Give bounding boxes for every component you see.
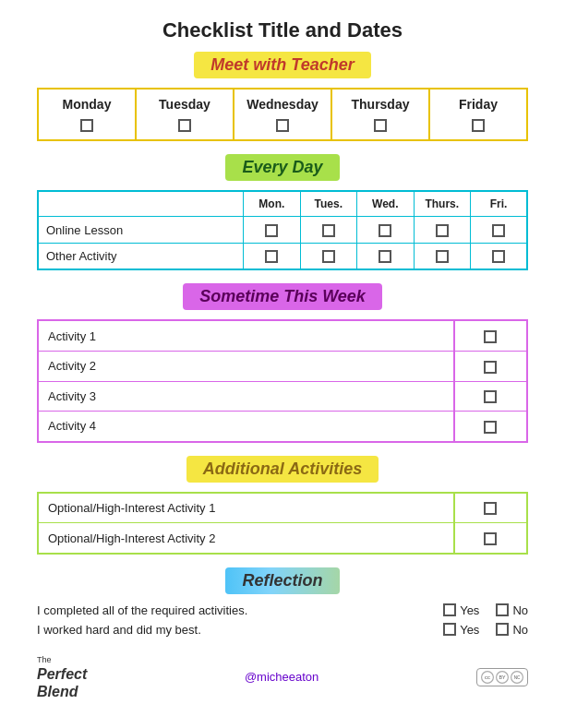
col-header-mon: Mon. [244,191,300,217]
by-icon: BY [496,671,509,684]
reflection-section: Reflection I completed all of the requir… [37,567,528,637]
reflection-row-1: I completed all of the required activiti… [37,603,528,617]
activity3-checkbox-cell [454,381,528,412]
reflection-no2-checkbox[interactable] [496,623,509,636]
oa-fri-checkbox[interactable] [492,250,505,263]
tuesday-cell: Tuesday [136,89,234,140]
reflection-yes2-checkbox[interactable] [443,623,456,636]
table-row: Other Activity [38,243,527,269]
activity1-checkbox[interactable] [484,330,497,343]
sometime-table: Activity 1 Activity 2 Activity 3 Activit… [37,319,528,442]
optional2-checkbox[interactable] [484,532,497,545]
online-lesson-mon [244,217,300,244]
online-lesson-tue [300,217,356,244]
table-row: Online Lesson [38,217,527,244]
col-header-wed: Wed. [357,191,414,217]
wednesday-label: Wednesday [238,97,327,112]
svg-text:NC: NC [514,675,521,680]
monday-label: Monday [42,97,131,112]
reflection-yes1-checkbox[interactable] [443,603,456,616]
ol-thu-checkbox[interactable] [436,224,449,237]
yes-label-1: Yes [460,603,479,617]
cc-icon: cc [481,671,494,684]
thursday-cell: Thursday [331,89,429,140]
svg-text:BY: BY [499,674,506,680]
additional-section: Additional Activities Optional/High-Inte… [37,456,528,555]
table-header-row: Mon. Tues. Wed. Thurs. Fri. [38,191,527,217]
online-lesson-wed [357,217,414,244]
sometime-section: Sometime This Week Activity 1 Activity 2… [37,283,528,442]
every-day-table: Mon. Tues. Wed. Thurs. Fri. Online Lesso… [37,190,528,270]
reflection-statement-1: I completed all of the required activiti… [37,603,443,617]
no-label-1: No [512,603,528,617]
thursday-checkbox[interactable] [374,119,387,132]
oa-tue-checkbox[interactable] [322,250,335,263]
table-row: Activity 2 [38,351,527,381]
oa-thu-checkbox[interactable] [436,250,449,263]
footer-link[interactable]: @micheeaton [245,670,319,684]
activity4-checkbox[interactable] [484,421,497,434]
monday-checkbox[interactable] [80,119,93,132]
reflection-statement-2: I worked hard and did my best. [37,623,443,637]
ol-fri-checkbox[interactable] [492,224,505,237]
reflection-yes-1: Yes [443,603,479,617]
other-activity-fri [470,243,527,269]
oa-wed-checkbox[interactable] [379,250,391,263]
nc-icon: NC [511,671,523,684]
activity3-label: Activity 3 [38,381,454,412]
ol-tue-checkbox[interactable] [322,224,335,237]
sometime-label: Sometime This Week [183,283,382,310]
thursday-label: Thursday [336,97,425,112]
wednesday-checkbox[interactable] [276,119,289,132]
oa-mon-checkbox[interactable] [265,250,278,263]
table-row: Activity 4 [38,412,527,442]
other-activity-label: Other Activity [38,243,244,269]
activity4-label: Activity 4 [38,412,454,442]
online-lesson-fri [470,217,527,244]
optional2-checkbox-cell [454,523,528,554]
optional1-checkbox[interactable] [484,502,497,515]
table-row: Optional/High-Interest Activity 1 [38,493,527,523]
ol-wed-checkbox[interactable] [379,224,391,237]
tuesday-label: Tuesday [140,97,229,112]
table-row: Optional/High-Interest Activity 2 [38,523,527,554]
page-title: Checklist Title and Dates [37,18,528,42]
friday-label: Friday [434,97,523,112]
other-activity-mon [244,243,300,269]
reflection-no1-checkbox[interactable] [496,603,509,616]
reflection-label: Reflection [225,567,339,594]
friday-cell: Friday [429,89,527,140]
ol-mon-checkbox[interactable] [265,224,278,237]
every-day-section: Every Day Mon. Tues. Wed. Thurs. Fri. On… [37,154,528,270]
optional2-label: Optional/High-Interest Activity 2 [38,523,454,554]
friday-checkbox[interactable] [472,119,485,132]
online-lesson-label: Online Lesson [38,217,244,244]
activity2-label: Activity 2 [38,351,454,381]
optional1-checkbox-cell [454,493,528,523]
meet-teacher-table: Monday Tuesday Wednesday Thursday Friday [37,88,528,141]
reflection-no-1: No [496,603,528,617]
wednesday-cell: Wednesday [234,89,331,140]
footer-logo-the: The [37,655,52,664]
reflection-no-2: No [496,623,528,637]
col-header-tue: Tues. [300,191,356,217]
footer: The PerfectBlend @micheeaton cc BY NC [37,653,528,701]
activity1-checkbox-cell [454,320,528,351]
col-header-0 [38,191,244,217]
reflection-choices-2: Yes No [443,623,528,637]
activity2-checkbox-cell [454,351,528,381]
other-activity-tue [300,243,356,269]
additional-table: Optional/High-Interest Activity 1 Option… [37,492,528,555]
tuesday-checkbox[interactable] [178,119,191,132]
reflection-row-2: I worked hard and did my best. Yes No [37,623,528,637]
footer-logo: The PerfectBlend [37,653,87,701]
other-activity-wed [357,243,414,269]
activity2-checkbox[interactable] [484,361,497,374]
reflection-yes-2: Yes [443,623,479,637]
col-header-thu: Thurs. [414,191,470,217]
additional-label: Additional Activities [186,456,379,483]
table-row: Monday Tuesday Wednesday Thursday Friday [38,89,527,140]
table-row: Activity 1 [38,320,527,351]
activity3-checkbox[interactable] [484,390,497,403]
other-activity-thu [414,243,470,269]
